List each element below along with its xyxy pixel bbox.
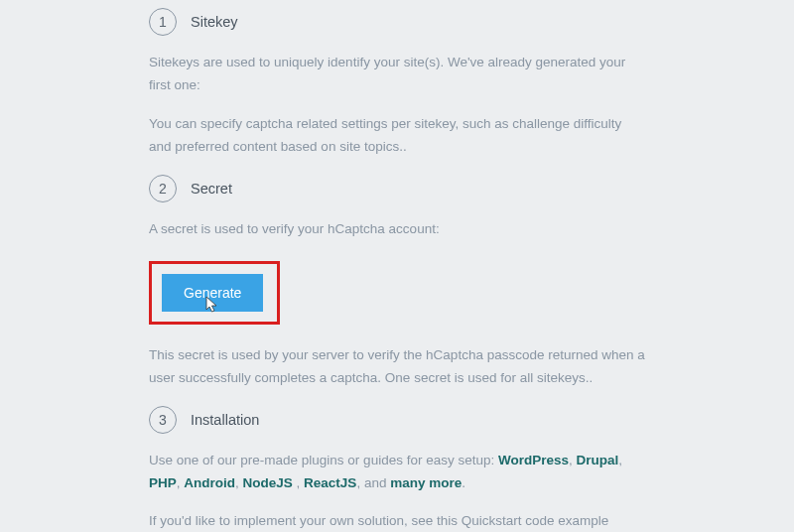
step-3-title: Installation [191,412,259,428]
step-1-desc2: You can specify captcha related settings… [149,113,645,159]
step-2-number: 2 [149,175,177,202]
step-3-header: 3 Installation [149,406,645,434]
text: . [462,475,465,490]
text: , [569,453,577,467]
text: , and [356,475,390,490]
text: Use one of our pre-made plugins or guide… [149,453,498,467]
step-2-title: Secret [191,181,232,197]
step-1-desc1: Sitekeys are used to uniquely identify y… [149,52,645,97]
step-3-number: 3 [149,406,177,434]
link-drupal[interactable]: Drupal [577,453,619,467]
step-1-title: Sitekey [191,14,238,30]
step-1-header: 1 Sitekey [149,8,645,36]
link-wordpress[interactable]: WordPress [498,453,569,467]
link-nodejs[interactable]: NodeJS [243,475,293,490]
step-3-quickstart: If you'd like to implement your own solu… [149,510,645,532]
link-reactjs[interactable]: ReactJS [304,475,356,490]
step-1-number: 1 [149,8,177,36]
step-2-desc2: This secret is used by your server to ve… [149,344,645,390]
text: , [235,475,243,490]
step-3-plugins: Use one of our pre-made plugins or guide… [149,450,645,495]
generate-button[interactable]: Generate [162,274,263,312]
text: , [618,453,622,467]
link-android[interactable]: Android [184,475,235,490]
link-more[interactable]: many more [390,475,462,490]
text: If you'd like to implement your own solu… [149,513,608,528]
link-php[interactable]: PHP [149,475,177,490]
step-2-header: 2 Secret [149,175,645,202]
step-2-desc1: A secret is used to verify your hCaptcha… [149,218,645,241]
text: , [297,475,305,490]
generate-highlight-box: Generate [149,261,280,325]
